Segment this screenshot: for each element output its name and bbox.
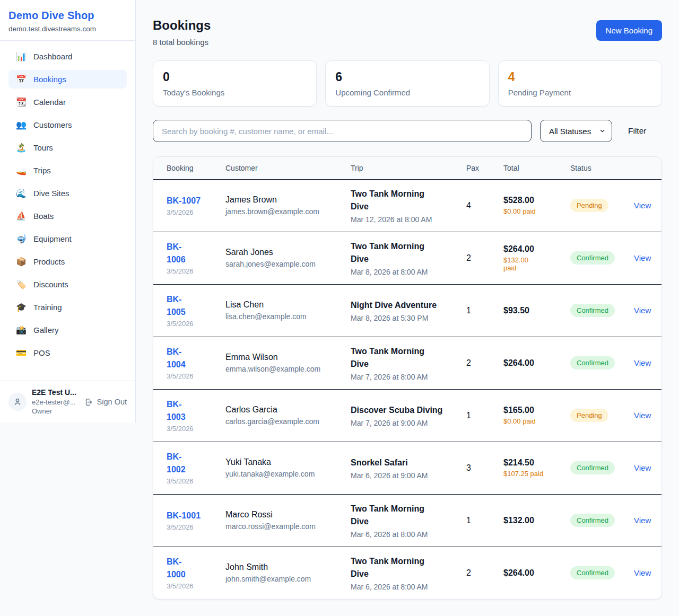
col-pax: Pax: [466, 157, 503, 179]
filter-bar: All Statuses Filter: [153, 120, 662, 142]
booking-id-link[interactable]: BK-1004: [167, 346, 197, 371]
status-badge: Pending: [570, 199, 608, 212]
sidebar-item-boats[interactable]: ⛵ Boats: [8, 207, 127, 225]
user-email: e2e-tester@...: [32, 398, 79, 407]
sidebar-item-dashboard[interactable]: 📊 Dashboard: [8, 47, 127, 66]
sign-out-button[interactable]: Sign Out: [84, 398, 127, 407]
booking-row: BK-1006 3/5/2026 Sarah Jones sarah.jones…: [153, 232, 662, 284]
booking-id-link[interactable]: BK-1006: [167, 241, 197, 266]
view-link[interactable]: View: [634, 411, 651, 420]
view-link[interactable]: View: [634, 568, 651, 577]
sidebar-item-training[interactable]: 🎓 Training: [8, 298, 127, 316]
sidebar-item-label: Equipment: [33, 234, 72, 243]
customer-name: Marco Rossi: [225, 510, 342, 520]
page-title: Bookings: [153, 18, 211, 33]
booking-date: 3/5/2026: [167, 582, 217, 590]
view-link[interactable]: View: [634, 358, 651, 367]
trip-name: Two Tank Morning Dive: [351, 240, 443, 266]
user-section: E2E Test U... e2e-tester@... Owner Sign …: [0, 381, 135, 423]
bookings-page: Demo Dive Shop demo.test.divestreams.com…: [0, 0, 679, 616]
people-icon: 👥: [16, 121, 27, 129]
pax-count: 2: [466, 253, 471, 262]
sidebar-item-label: Tours: [33, 143, 53, 152]
bookings-table-card: Booking Customer Trip Pax Total Status B…: [153, 156, 662, 600]
trip-name: Discover Scuba Diving: [351, 404, 443, 417]
shop-name: Demo Dive Shop: [8, 10, 127, 22]
stat-label: Upcoming Confirmed: [335, 88, 479, 97]
sidebar-item-label: Dive Sites: [33, 189, 69, 198]
sidebar-item-label: Gallery: [33, 325, 59, 335]
total-amount: $132.00: [503, 516, 562, 525]
total-amount: $264.00: [503, 568, 562, 578]
filter-button[interactable]: Filter: [621, 122, 654, 140]
paid-amount: $0.00 paid: [503, 417, 556, 425]
trip-name: Snorkel Safari: [351, 456, 443, 469]
sidebar-item-products[interactable]: 📦 Products: [8, 252, 127, 271]
search-input[interactable]: [153, 120, 532, 142]
new-booking-button[interactable]: New Booking: [596, 20, 662, 41]
view-link[interactable]: View: [634, 516, 651, 525]
booking-id-link[interactable]: BK-1002: [167, 451, 197, 476]
trip-datetime: Mar 7, 2026 at 8:00 AM: [351, 373, 458, 381]
sidebar-item-label: Training: [33, 303, 62, 312]
user-name: E2E Test U...: [32, 388, 79, 398]
customer-email: james.brown@example.com: [225, 207, 342, 216]
customer-name: James Brown: [225, 195, 342, 205]
view-link[interactable]: View: [634, 201, 651, 210]
col-booking: Booking: [153, 157, 225, 179]
sidebar-item-label: Products: [33, 257, 65, 266]
booking-date: 3/5/2026: [167, 425, 217, 433]
sidebar-item-equipment[interactable]: 🤿 Equipment: [8, 230, 127, 248]
sidebar-item-pos[interactable]: 💳 POS: [8, 344, 127, 362]
pax-count: 2: [466, 358, 471, 367]
customer-email: lisa.chen@example.com: [225, 312, 342, 321]
main-content: Bookings 8 total bookings New Booking 0 …: [136, 0, 679, 616]
booking-date: 3/5/2026: [167, 208, 217, 216]
sidebar-item-label: POS: [33, 348, 50, 357]
sidebar-item-customers[interactable]: 👥 Customers: [8, 116, 127, 134]
stat-value: 6: [335, 70, 479, 84]
total-amount: $528.00: [503, 196, 562, 205]
sidebar-item-calendar[interactable]: 📆 Calendar: [8, 93, 127, 111]
view-link[interactable]: View: [634, 463, 651, 472]
booking-id-link[interactable]: BK-1003: [167, 398, 197, 424]
sidebar-item-dive-sites[interactable]: 🌊 Dive Sites: [8, 184, 127, 203]
booking-id-link[interactable]: BK-1005: [167, 293, 197, 319]
booking-row: BK-1003 3/5/2026 Carlos Garcia carlos.ga…: [153, 389, 662, 442]
trip-name: Two Tank Morning Dive: [351, 555, 443, 580]
booking-row: BK-1002 3/5/2026 Yuki Tanaka yuki.tanaka…: [153, 442, 662, 494]
user-role: Owner: [32, 407, 79, 416]
pax-count: 3: [466, 463, 471, 472]
sidebar: Demo Dive Shop demo.test.divestreams.com…: [0, 0, 136, 423]
trip-name: Two Tank Morning Dive: [351, 345, 443, 371]
status-badge: Confirmed: [570, 304, 615, 317]
customer-email: yuki.tanaka@example.com: [225, 470, 342, 478]
sidebar-item-gallery[interactable]: 📸 Gallery: [8, 321, 127, 339]
booking-row: BK-1004 3/5/2026 Emma Wilson emma.wilson…: [153, 337, 662, 389]
logout-icon: [84, 398, 93, 407]
booking-id-link[interactable]: BK-1001: [167, 509, 217, 522]
sidebar-item-discounts[interactable]: 🏷️ Discounts: [8, 275, 127, 294]
booking-id-link[interactable]: BK-1007: [167, 195, 217, 207]
col-actions: [634, 157, 662, 179]
booking-id-link[interactable]: BK-1000: [167, 556, 197, 581]
total-amount: $264.00: [503, 358, 562, 368]
sidebar-item-tours[interactable]: 🏝️ Tours: [8, 138, 127, 157]
status-badge: Confirmed: [570, 251, 615, 265]
table-header-row: Booking Customer Trip Pax Total Status: [153, 157, 662, 179]
sidebar-item-trips[interactable]: 🚤 Trips: [8, 161, 127, 180]
sign-out-label: Sign Out: [97, 398, 127, 406]
paid-amount: $0.00 paid: [503, 207, 556, 215]
total-amount: $214.50: [503, 458, 562, 468]
stat-value: 0: [163, 70, 307, 84]
booking-date: 3/5/2026: [167, 320, 217, 328]
user-meta: E2E Test U... e2e-tester@... Owner: [32, 388, 79, 416]
sidebar-item-bookings[interactable]: 📅 Bookings: [8, 70, 127, 89]
sidebar-item-label: Dashboard: [33, 52, 72, 61]
view-link[interactable]: View: [634, 306, 651, 315]
view-link[interactable]: View: [634, 253, 651, 262]
total-amount: $264.00: [503, 244, 562, 254]
status-filter-select[interactable]: All Statuses: [540, 120, 612, 142]
customer-email: emma.wilson@example.com: [225, 365, 342, 373]
shop-domain: demo.test.divestreams.com: [8, 25, 127, 33]
